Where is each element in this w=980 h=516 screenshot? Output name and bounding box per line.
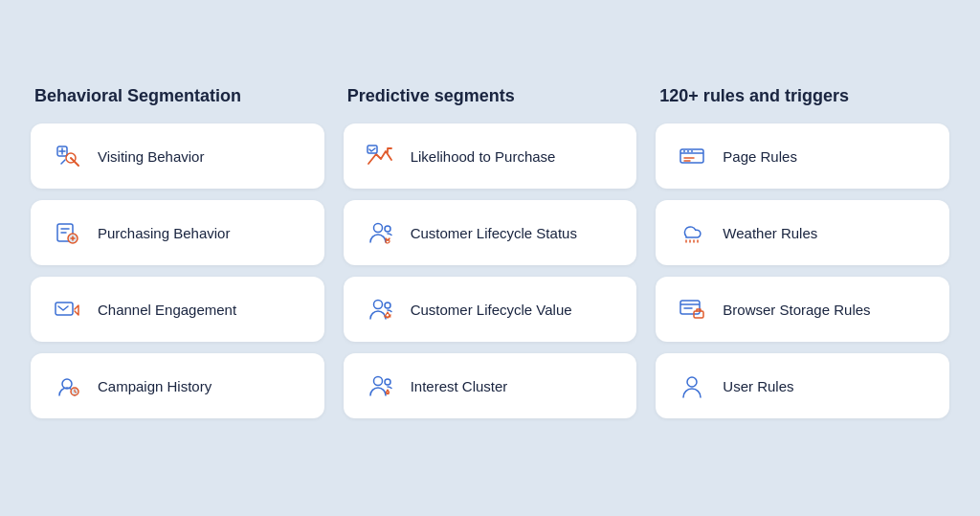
user-rules-icon — [675, 369, 709, 403]
feature-grid: Behavioral Segmentation Visiting Behavio… — [31, 86, 949, 430]
weather-rules-icon — [675, 215, 709, 250]
card-user-rules[interactable]: User Rules — [656, 353, 949, 418]
svg-point-8 — [385, 226, 390, 232]
likelihood-purchase-label: Likelihood to Purchase — [411, 148, 556, 165]
lifecycle-status-icon — [363, 215, 397, 250]
user-rules-label: User Rules — [723, 378, 793, 394]
lifecycle-value-icon — [363, 292, 397, 326]
column-behavioral: Behavioral Segmentation Visiting Behavio… — [31, 86, 324, 430]
svg-point-21 — [687, 377, 697, 387]
card-campaign-history[interactable]: Campaign History — [31, 353, 324, 418]
col-header-rules: 120+ rules and triggers — [656, 86, 949, 106]
svg-point-16 — [683, 150, 685, 152]
card-channel-engagement[interactable]: Channel Engagement — [31, 277, 324, 342]
svg-point-10 — [373, 301, 382, 309]
interest-cluster-label: Interest Cluster — [411, 378, 508, 394]
col-header-predictive: Predictive segments — [344, 86, 637, 106]
svg-point-7 — [373, 224, 382, 233]
browser-storage-rules-label: Browser Storage Rules — [723, 302, 870, 318]
campaign-history-label: Campaign History — [98, 378, 212, 394]
column-predictive: Predictive segments Likelihood to Purcha… — [344, 86, 637, 430]
card-page-rules[interactable]: Page Rules — [656, 123, 949, 189]
svg-point-14 — [385, 379, 390, 385]
card-browser-storage-rules[interactable]: Browser Storage Rules — [656, 277, 949, 342]
visiting-behavior-icon — [50, 139, 84, 173]
channel-engagement-icon — [50, 292, 84, 326]
lifecycle-value-label: Customer Lifecycle Value — [411, 302, 572, 318]
svg-point-13 — [373, 377, 382, 386]
col-header-behavioral: Behavioral Segmentation — [31, 86, 324, 106]
card-customer-lifecycle-value[interactable]: Customer Lifecycle Value — [344, 277, 637, 342]
purchasing-behavior-icon — [50, 215, 84, 250]
campaign-history-icon — [50, 369, 84, 403]
card-customer-lifecycle-status[interactable]: Customer Lifecycle Status — [344, 200, 637, 265]
card-purchasing-behavior[interactable]: Purchasing Behavior — [31, 200, 324, 265]
svg-point-17 — [687, 150, 689, 152]
svg-marker-12 — [385, 312, 390, 317]
channel-engagement-label: Channel Engagement — [98, 302, 236, 318]
page-rules-label: Page Rules — [723, 148, 797, 165]
visiting-behavior-label: Visiting Behavior — [98, 148, 204, 165]
card-interest-cluster[interactable]: Interest Cluster — [344, 353, 637, 418]
card-visiting-behavior[interactable]: Visiting Behavior — [31, 123, 324, 189]
browser-storage-rules-icon — [675, 292, 709, 326]
interest-cluster-icon — [363, 369, 397, 403]
lifecycle-status-label: Customer Lifecycle Status — [411, 225, 577, 241]
likelihood-purchase-icon — [363, 139, 397, 173]
column-rules: 120+ rules and triggers Page Rules — [656, 86, 949, 430]
card-weather-rules[interactable]: Weather Rules — [656, 200, 949, 265]
svg-rect-19 — [680, 301, 700, 314]
page-rules-icon — [675, 139, 709, 173]
main-container: Behavioral Segmentation Visiting Behavio… — [11, 57, 969, 459]
weather-rules-label: Weather Rules — [723, 225, 817, 241]
card-likelihood-purchase[interactable]: Likelihood to Purchase — [344, 123, 637, 189]
svg-point-18 — [691, 150, 693, 152]
purchasing-behavior-label: Purchasing Behavior — [98, 225, 230, 241]
svg-point-11 — [385, 303, 390, 308]
